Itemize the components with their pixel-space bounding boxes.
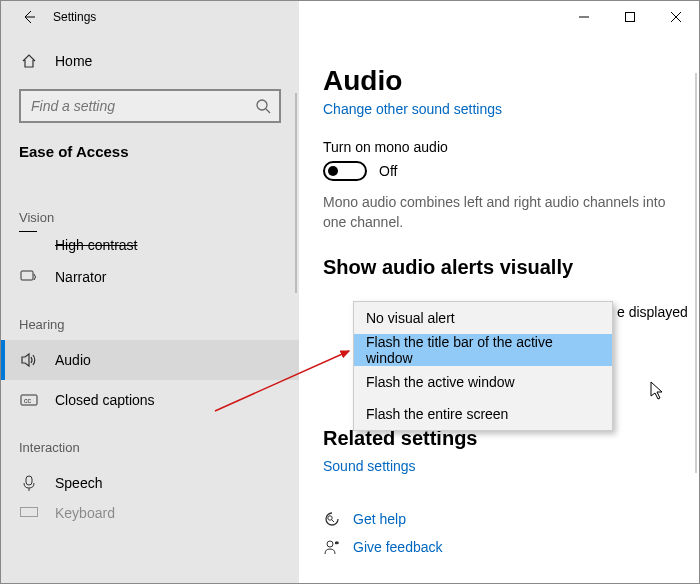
sidebar-item-audio[interactable]: Audio [1, 340, 299, 380]
speech-label: Speech [55, 475, 102, 491]
dropdown-option-no-alert[interactable]: No visual alert [354, 302, 612, 334]
sound-settings-link[interactable]: Sound settings [323, 458, 667, 474]
toggle-thumb [328, 166, 338, 176]
vision-heading: Vision [1, 190, 299, 233]
sidebar-scrollbar[interactable] [295, 93, 297, 293]
dropdown-option-flash-screen[interactable]: Flash the entire screen [354, 398, 612, 430]
sidebar: Home Ease of Access Vision High contrast… [1, 33, 299, 583]
help-icon [323, 510, 341, 528]
back-icon[interactable] [19, 7, 39, 27]
feedback-icon [323, 538, 341, 556]
dropdown-option-flash-window[interactable]: Flash the active window [354, 366, 612, 398]
visual-alert-dropdown[interactable]: No visual alert Flash the title bar of t… [353, 301, 613, 431]
speech-icon [19, 473, 39, 493]
audio-label: Audio [55, 352, 91, 368]
window-controls [561, 1, 699, 33]
main-scrollbar[interactable] [695, 73, 697, 473]
get-help-link[interactable]: Get help [353, 511, 406, 527]
window-title: Settings [53, 10, 96, 24]
svg-rect-9 [26, 476, 32, 485]
search-input[interactable] [29, 97, 255, 115]
give-feedback-link[interactable]: Give feedback [353, 539, 443, 555]
sidebar-item-speech[interactable]: Speech [1, 463, 299, 503]
high-contrast-label: High contrast [55, 237, 137, 253]
toggle-state-label: Off [379, 163, 397, 179]
mono-audio-label: Turn on mono audio [323, 139, 667, 155]
svg-rect-1 [626, 13, 635, 22]
svg-point-4 [257, 100, 267, 110]
svg-point-13 [327, 541, 333, 547]
page-title: Audio [323, 65, 667, 97]
narrator-label: Narrator [55, 269, 106, 285]
get-help-row[interactable]: Get help [323, 510, 667, 528]
sidebar-home-label: Home [55, 53, 92, 69]
search-box[interactable] [19, 89, 281, 123]
minimize-button[interactable] [561, 1, 607, 33]
keyboard-icon [19, 503, 39, 523]
mono-audio-description: Mono audio combines left and right audio… [323, 193, 667, 232]
close-button[interactable] [653, 1, 699, 33]
sidebar-item-home[interactable]: Home [1, 41, 299, 81]
mono-audio-toggle-row: Off [323, 161, 667, 181]
change-sound-settings-link[interactable]: Change other sound settings [323, 101, 667, 117]
audio-icon [19, 350, 39, 370]
svg-rect-6 [21, 271, 33, 280]
behind-dropdown-text: e displayed [617, 304, 688, 320]
sidebar-item-closed-captions[interactable]: cc Closed captions [1, 380, 299, 420]
category-title: Ease of Access [1, 129, 299, 164]
search-wrap [19, 89, 281, 123]
titlebar: Settings [1, 1, 699, 33]
keyboard-label: Keyboard [55, 505, 115, 521]
svg-line-12 [332, 520, 335, 523]
sidebar-item-keyboard[interactable]: Keyboard [1, 503, 299, 523]
narrator-icon [19, 267, 39, 287]
search-icon [255, 98, 271, 114]
alerts-heading: Show audio alerts visually [323, 256, 667, 279]
maximize-button[interactable] [607, 1, 653, 33]
svg-text:cc: cc [24, 397, 32, 404]
feedback-row[interactable]: Give feedback [323, 538, 667, 556]
titlebar-right [299, 1, 699, 33]
closed-captions-icon: cc [19, 390, 39, 410]
svg-rect-10 [21, 508, 38, 517]
closed-captions-label: Closed captions [55, 392, 155, 408]
hearing-heading: Hearing [1, 297, 299, 340]
dropdown-option-flash-titlebar[interactable]: Flash the title bar of the active window [354, 334, 612, 366]
titlebar-left: Settings [1, 1, 299, 33]
interaction-heading: Interaction [1, 420, 299, 463]
svg-line-5 [266, 109, 270, 113]
home-icon [19, 51, 39, 71]
mono-audio-toggle[interactable] [323, 161, 367, 181]
sidebar-item-narrator[interactable]: Narrator [1, 257, 299, 297]
sidebar-item-high-contrast[interactable]: High contrast [1, 233, 299, 257]
